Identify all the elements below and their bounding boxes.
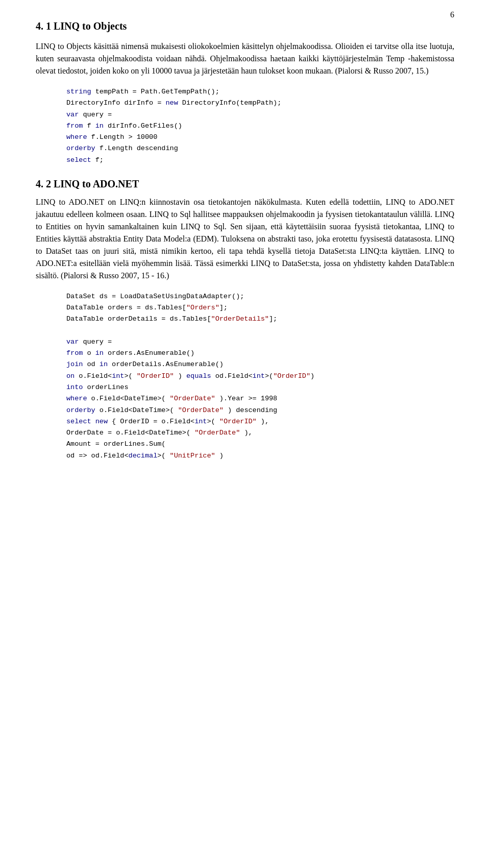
code-block-linq-objects: string tempPath = Path.GetTempPath(); Di… [66,86,454,166]
section-linq-objects: 4. 1 LINQ to Objects LINQ to Objects käs… [36,20,454,166]
section-paragraph-linq-objects: LINQ to Objects käsittää nimensä mukaise… [36,40,454,77]
section-linq-adonet: 4. 2 LINQ to ADO.NET LINQ to ADO.NET on … [36,178,454,462]
section-heading-linq-adonet: 4. 2 LINQ to ADO.NET [36,178,454,190]
section-heading-linq-objects: 4. 1 LINQ to Objects [36,20,454,32]
page-number: 6 [450,10,454,19]
code-block-linq-adonet: DataSet ds = LoadDataSetUsingDataAdapter… [66,291,454,462]
section-paragraph-linq-adonet-1: LINQ to ADO.NET on LINQ:n kiinnostavin o… [36,196,454,282]
